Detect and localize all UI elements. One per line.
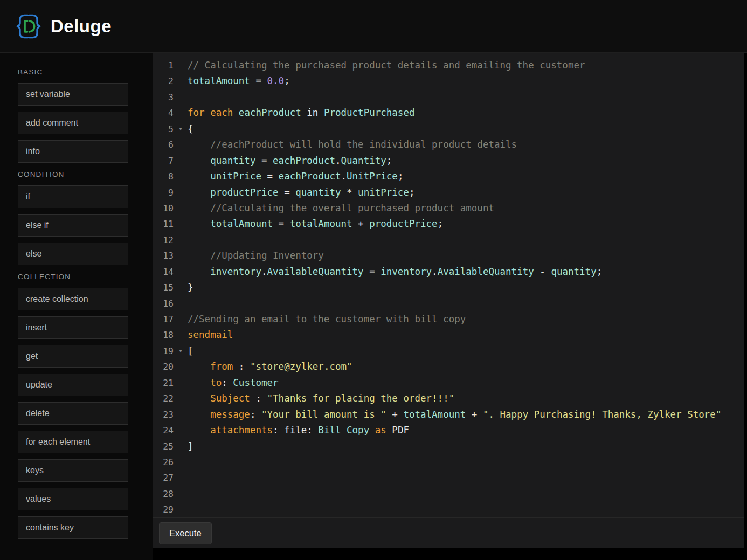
code-line[interactable]: 25]	[153, 439, 744, 454]
code-line[interactable]: 4for each eachProduct in ProductPurchase…	[153, 105, 744, 121]
line-number: 5	[153, 121, 174, 137]
code-line[interactable]: 12	[153, 232, 744, 248]
sidebar-item-else-if[interactable]: else if	[18, 214, 128, 237]
sidebar-item-update[interactable]: update	[18, 374, 128, 396]
code-text: unitPrice = eachProduct.UnitPrice;	[188, 169, 744, 184]
line-number: 13	[153, 248, 174, 264]
sidebar-item-delete[interactable]: delete	[18, 402, 128, 425]
sidebar-item-if[interactable]: if	[18, 185, 128, 208]
code-text: Subject : "Thanks for placing the order!…	[188, 391, 744, 406]
token-variable: AvailableQuantity	[438, 266, 534, 277]
sidebar-item-insert[interactable]: insert	[18, 316, 128, 339]
sidebar-item-create-collection[interactable]: create collection	[18, 288, 128, 310]
token-plain: .	[341, 171, 347, 182]
code-text: for each eachProduct in ProductPurchased	[188, 105, 744, 121]
code-line[interactable]: 28	[153, 486, 744, 502]
code-line[interactable]: 1// Calculating the purchased product de…	[153, 58, 744, 73]
code-text: // Calculating the purchased product det…	[188, 58, 744, 73]
fold-arrow-icon[interactable]: ▾	[174, 343, 188, 359]
fold-gutter	[174, 280, 188, 295]
code-line[interactable]: 10 //Calculating the overall purchased p…	[153, 201, 744, 216]
code-line[interactable]: 27	[153, 470, 744, 486]
sidebar-item-keys[interactable]: keys	[18, 459, 128, 482]
token-variable: productPrice	[210, 187, 278, 198]
sidebar-item-contains-key[interactable]: contains key	[18, 516, 128, 539]
fold-gutter	[174, 58, 188, 73]
line-number: 23	[153, 407, 174, 423]
code-line[interactable]: 8 unitPrice = eachProduct.UnitPrice;	[153, 169, 744, 184]
token-plain: -	[534, 266, 551, 277]
sidebar-item-info[interactable]: info	[18, 140, 128, 163]
code-line[interactable]: 3	[153, 89, 744, 105]
fold-gutter	[174, 232, 188, 248]
app-header: Deluge	[0, 0, 747, 53]
token-variable: totalAmount	[403, 409, 466, 420]
sidebar-item-else[interactable]: else	[18, 243, 128, 265]
sidebar: BASICset variableadd commentinfoCONDITIO…	[0, 53, 153, 560]
fold-gutter	[174, 137, 188, 153]
token-variable: unitPrice	[210, 171, 261, 182]
line-number: 4	[153, 105, 174, 121]
line-number: 24	[153, 423, 174, 438]
sidebar-item-get[interactable]: get	[18, 345, 128, 368]
token-plain	[369, 425, 375, 435]
token-plain: :	[250, 409, 261, 420]
execute-button[interactable]: Execute	[159, 522, 212, 544]
fold-arrow-icon[interactable]: ▾	[174, 121, 188, 137]
fold-gutter	[174, 439, 188, 454]
code-line[interactable]: 24 attachments: file: Bill_Copy as PDF	[153, 423, 744, 438]
code-line[interactable]: 5▾{	[153, 121, 744, 137]
code-line[interactable]: 29	[153, 502, 744, 517]
token-plain: ;	[409, 187, 415, 198]
token-plain: PDF	[386, 425, 409, 435]
code-line[interactable]: 26	[153, 454, 744, 470]
code-line[interactable]: 20 from : "store@zylker.com"	[153, 359, 744, 375]
code-line[interactable]: 19▾[	[153, 343, 744, 359]
code-line[interactable]: 6 //eachProduct will hold the individual…	[153, 137, 744, 153]
line-number: 17	[153, 312, 174, 327]
fold-gutter	[174, 391, 188, 406]
sidebar-item-set-variable[interactable]: set variable	[18, 83, 128, 106]
code-line[interactable]: 21 to: Customer	[153, 375, 744, 391]
token-variable: quantity	[295, 187, 341, 198]
token-plain: =	[261, 171, 279, 182]
code-line[interactable]: 13 //Updating Inventory	[153, 248, 744, 264]
code-editor[interactable]: 1// Calculating the purchased product de…	[153, 53, 744, 517]
sidebar-item-values[interactable]: values	[18, 488, 128, 510]
token-plain	[188, 203, 210, 213]
token-plain	[188, 425, 210, 435]
code-line[interactable]: 2totalAmount = 0.0;	[153, 73, 744, 89]
token-plain: :	[222, 377, 233, 388]
code-line[interactable]: 18sendmail	[153, 327, 744, 343]
sidebar-item-add-comment[interactable]: add comment	[18, 112, 128, 134]
code-line[interactable]: 9 productPrice = quantity * unitPrice;	[153, 185, 744, 201]
code-line[interactable]: 23 message: "Your bill amount is " + tot…	[153, 407, 744, 423]
token-plain	[188, 377, 210, 388]
token-variable: eachProduct	[239, 107, 301, 118]
code-line[interactable]: 11 totalAmount = totalAmount + productPr…	[153, 216, 744, 232]
token-plain	[188, 155, 210, 166]
code-line[interactable]: 16	[153, 296, 744, 312]
deluge-logo-icon	[15, 12, 43, 40]
editor-footer: Execute	[153, 517, 744, 548]
fold-gutter	[174, 423, 188, 438]
token-variable: inventory	[381, 266, 432, 277]
token-keyword: message	[210, 409, 250, 420]
code-line[interactable]: 22 Subject : "Thanks for placing the ord…	[153, 391, 744, 406]
token-variable: AvailableQuantity	[267, 266, 364, 277]
code-text	[188, 486, 744, 502]
fold-gutter	[174, 248, 188, 264]
sidebar-item-for-each-element[interactable]: for each element	[18, 431, 128, 453]
code-text: [	[188, 343, 744, 359]
token-plain: =	[279, 187, 296, 198]
main-layout: BASICset variableadd commentinfoCONDITIO…	[0, 53, 747, 560]
fold-gutter	[174, 486, 188, 502]
code-line[interactable]: 7 quantity = eachProduct.Quantity;	[153, 153, 744, 169]
token-plain: +	[466, 409, 483, 420]
token-variable: inventory	[210, 266, 261, 277]
token-plain	[188, 187, 210, 198]
line-number: 26	[153, 454, 174, 470]
code-line[interactable]: 14 inventory.AvailableQuantity = invento…	[153, 264, 744, 280]
code-line[interactable]: 17//Sending an email to the customer wit…	[153, 312, 744, 327]
code-line[interactable]: 15}	[153, 280, 744, 295]
